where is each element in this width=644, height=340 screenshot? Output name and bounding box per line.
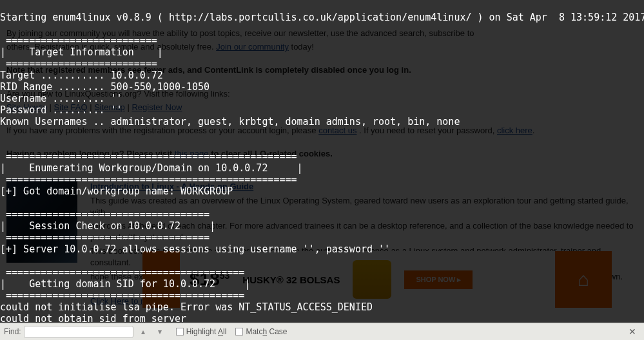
highlight-all-label: Highlight All — [186, 327, 227, 336]
welcome-text-2: others. Registration is quick, simple an… — [6, 41, 638, 53]
ad-left-stripe — [142, 251, 180, 308]
book-title-link[interactable]: Introduction to Linux - A Hands on Guide — [90, 182, 253, 191]
welcome-text-1: By joining our community you will have t… — [6, 28, 638, 39]
contact-us-link[interactable]: contact us — [318, 126, 356, 135]
ad-description: HUSKY® 32 BOLSAS — [242, 274, 340, 285]
site-faq-link[interactable]: Site FAQ — [54, 102, 88, 112]
click-here-link[interactable]: click here — [497, 126, 532, 135]
this-page-link[interactable]: this page — [175, 149, 209, 158]
ad-price: $1853 — [190, 269, 229, 290]
register-now-link[interactable]: Register Now — [132, 102, 182, 112]
contact-intro: Are you new to LinuxQuestions.org? Visit… — [6, 88, 638, 100]
book-desc-2: exercises at the end of each chapter. Fo… — [90, 220, 638, 243]
match-case-checkbox[interactable]: Match Case — [235, 327, 287, 336]
site-howto-link[interactable]: Site Howto — [6, 102, 47, 112]
ad-banner[interactable]: $1853 HUSKY® 32 BOLSAS SHOP NOW ▸ ⌂ — [142, 251, 612, 308]
join-community-link[interactable]: Join our community — [216, 42, 289, 52]
ad-logo: ⌂ — [555, 251, 612, 308]
find-input[interactable] — [24, 326, 133, 338]
welcome-prefix-2: others. Registration is quick, simple an… — [6, 42, 216, 52]
login-problem-text: Having a problem logging in? Please visi… — [6, 148, 638, 160]
checkbox-icon — [235, 328, 243, 335]
checkbox-icon — [176, 328, 184, 335]
find-next-button[interactable]: ▾ — [153, 326, 167, 337]
find-label: Find: — [4, 327, 21, 336]
problem-text: If you have any problems with the regist… — [6, 125, 638, 137]
book-thumbnail[interactable] — [6, 179, 77, 263]
welcome-suffix: today! — [291, 42, 314, 52]
ad-shop-now-button[interactable]: SHOP NOW ▸ — [404, 270, 473, 289]
highlight-all-checkbox[interactable]: Highlight All — [176, 327, 227, 336]
ad-content: $1853 HUSKY® 32 BOLSAS SHOP NOW ▸ — [180, 260, 555, 299]
find-prev-button[interactable]: ▴ — [136, 326, 150, 337]
note-registered: Note that registered members see fewer a… — [6, 64, 638, 76]
close-icon[interactable]: ✕ — [625, 326, 640, 337]
book-desc-1: This guide was created as an overview of… — [90, 195, 638, 218]
links-row: Site Howto | Site FAQ | Sitemap | Regist… — [6, 102, 638, 113]
ad-product-image — [353, 260, 391, 299]
match-case-label: Match Case — [246, 327, 287, 336]
find-bar: Find: ▴ ▾ Highlight All Match Case ✕ — [0, 323, 644, 340]
sitemap-link[interactable]: Sitemap — [94, 102, 125, 112]
